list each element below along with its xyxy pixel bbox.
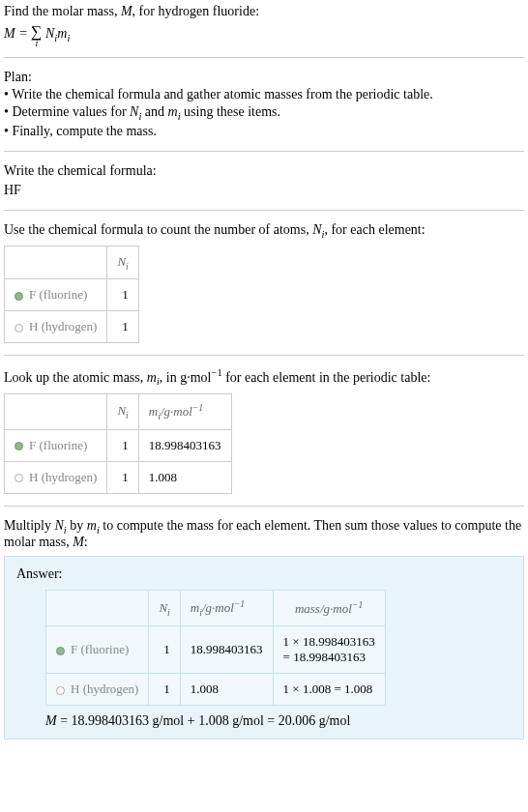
m-cell: 18.998403163 [138,429,231,461]
m-cell: 1.008 [180,674,273,706]
table-row: F (fluorine) 1 [5,279,139,311]
element-dot-icon [56,647,65,655]
n-cell: 1 [107,279,138,311]
table-row: F (fluorine) 1 18.998403163 1 × 18.99840… [46,626,386,674]
compute-N: N [55,518,64,533]
table-header-row: Ni [5,246,139,279]
divider [4,57,524,58]
formula-m-sub: i [67,33,70,44]
element-cell: H (hydrogen) [46,674,149,706]
compute-b: by [67,518,87,533]
mass-cell: 1 × 18.998403163= 18.998403163 [273,626,385,674]
table-row: H (hydrogen) 1 1.008 1 × 1.008 = 1.008 [46,674,386,706]
col-N: Ni [107,393,138,429]
plan-item: • Determine values for Ni and mi using t… [4,104,524,122]
count-heading-var: N [312,222,321,237]
intro-line: Find the molar mass, M, for hydrogen flu… [4,4,524,19]
var-M: M [121,4,132,18]
element-cell: H (hydrogen) [5,461,107,493]
lookup-heading-m: m [147,370,157,385]
plan-item: • Write the chemical formula and gather … [4,87,524,102]
col-m: mi/g·mol−1 [180,591,273,626]
chem-heading: Write the chemical formula: [4,163,524,179]
col-m: mi/g·mol−1 [138,393,231,429]
element-dot-icon [15,442,23,450]
col-N: Ni [149,591,180,626]
element-name: F (fluorine) [29,438,87,452]
compute-d: : [84,535,88,549]
plan-heading: Plan: [4,70,524,85]
plan-item: • Finally, compute the mass. [4,124,524,139]
lookup-heading-sup: −1 [211,367,221,378]
element-dot-icon [15,474,23,482]
mass-cell: 1 × 1.008 = 1.008 [273,674,385,706]
element-cell: H (hydrogen) [5,311,107,343]
element-name: H (hydrogen) [29,470,97,484]
m-cell: 1.008 [138,461,231,493]
element-cell: F (fluorine) [5,429,107,461]
element-dot-icon [15,324,23,333]
compute-m: m [87,518,97,533]
col-empty [46,591,149,626]
table-header-row: Ni mi/g·mol−1 [5,393,232,429]
chem-formula-section: Write the chemical formula: HF [4,163,524,198]
formula-m: m [57,26,67,41]
element-name: H (hydrogen) [29,319,97,334]
element-dot-icon [15,292,23,301]
divider [4,210,524,211]
compute-a: Multiply [4,518,55,533]
element-cell: F (fluorine) [5,279,107,311]
n-cell: 1 [107,461,138,493]
n-cell: 1 [149,626,180,674]
n-cell: 1 [149,674,180,706]
m-cell: 18.998403163 [180,626,273,674]
sum-formula: M = ∑i Nimi [4,23,524,45]
sigma-block: ∑i [31,23,42,45]
element-cell: F (fluorine) [46,626,149,674]
lookup-heading: Look up the atomic mass, mi, in g·mol−1 … [4,367,524,387]
lookup-heading-c: for each element in the periodic table: [222,370,431,385]
lookup-table: Ni mi/g·mol−1 F (fluorine) 1 18.99840316… [4,393,232,494]
divider [4,355,524,356]
col-empty [5,393,107,429]
lookup-heading-a: Look up the atomic mass, [4,370,147,385]
compute-M: M [73,535,84,549]
count-heading-a: Use the chemical formula to count the nu… [4,222,312,237]
n-cell: 1 [107,311,138,343]
lookup-section: Look up the atomic mass, mi, in g·mol−1 … [4,367,524,493]
formula-lhs: M = [4,26,31,41]
table-row: F (fluorine) 1 18.998403163 [5,429,232,461]
table-row: H (hydrogen) 1 1.008 [5,461,232,493]
final-result: M = 18.998403163 g/mol + 1.008 g/mol = 2… [45,713,512,729]
compute-heading: Multiply Ni by mi to compute the mass fo… [4,518,524,551]
col-mass: mass/g·mol−1 [273,591,385,626]
col-N: Ni [107,246,138,279]
result-text: = 18.998403163 g/mol + 1.008 g/mol = 20.… [57,713,351,728]
intro-text-b: , for hydrogen fluoride: [132,4,259,18]
lookup-heading-b: , in g·mol [160,370,212,385]
compute-section: Multiply Ni by mi to compute the mass fo… [4,518,524,740]
sigma-sub: i [31,41,42,45]
table-header-row: Ni mi/g·mol−1 mass/g·mol−1 [46,591,386,626]
formula-N: N [45,26,54,41]
element-name: F (fluorine) [29,287,87,302]
count-heading: Use the chemical formula to count the nu… [4,222,524,240]
result-M: M [45,713,57,728]
intro-section: Find the molar mass, M, for hydrogen flu… [4,4,524,45]
answer-table: Ni mi/g·mol−1 mass/g·mol−1 F (fluorine) … [45,590,386,706]
divider [4,506,524,507]
table-row: H (hydrogen) 1 [5,311,139,343]
element-name: H (hydrogen) [71,682,138,696]
n-cell: 1 [107,429,138,461]
element-name: F (fluorine) [71,642,129,656]
count-section: Use the chemical formula to count the nu… [4,222,524,343]
element-dot-icon [56,686,65,695]
answer-label: Answer: [16,566,512,582]
intro-text-a: Find the molar mass, [4,4,121,18]
divider [4,151,524,152]
answer-box: Answer: Ni mi/g·mol−1 mass/g·mol−1 F (fl… [4,556,524,740]
chem-value: HF [4,183,524,198]
count-table: Ni F (fluorine) 1 H (hydrogen) 1 [4,246,139,344]
plan-section: Plan: • Write the chemical formula and g… [4,70,524,139]
col-empty [5,246,107,279]
